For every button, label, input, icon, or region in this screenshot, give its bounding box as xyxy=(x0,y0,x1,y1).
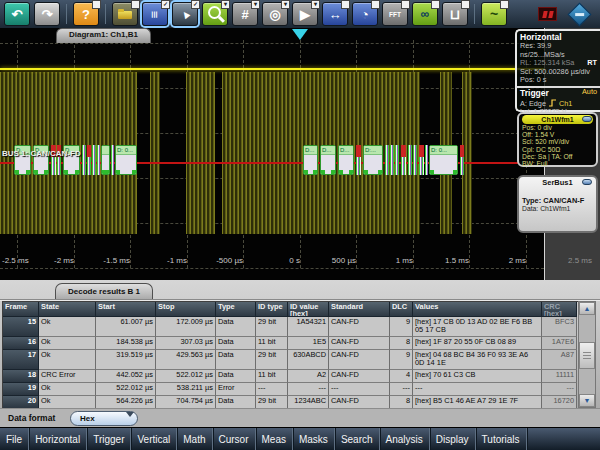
menu-item-cursor[interactable]: Cursor xyxy=(213,428,256,450)
column-header[interactable]: ID type xyxy=(256,302,288,317)
scroll-up-icon[interactable]: ▲ xyxy=(579,302,595,315)
open-file-icon[interactable] xyxy=(112,2,138,26)
cell-id_type: 29 bit xyxy=(256,350,288,370)
fft-icon[interactable]: FFT xyxy=(382,2,408,26)
ch1-badge-title[interactable]: Ch1Wfm1 xyxy=(522,115,593,124)
menu-item-math[interactable]: Math xyxy=(177,428,212,450)
table-scrollbar[interactable]: ▲ ▼ xyxy=(578,301,596,408)
graticule-icon[interactable]: #▾ xyxy=(232,2,258,26)
decode-results-table[interactable]: FrameStateStartStopTypeID typeID value [… xyxy=(2,301,580,410)
menu-item-trigger[interactable]: Trigger xyxy=(87,428,131,450)
trigger-mode: Auto xyxy=(582,88,597,97)
option-flag-icon[interactable] xyxy=(341,0,350,9)
cell-id_value: 1E5 xyxy=(288,337,329,350)
chevron-down-icon xyxy=(126,412,134,417)
column-header[interactable]: Type xyxy=(216,302,256,317)
replay-icon[interactable]: ▶▾ xyxy=(292,2,318,26)
option-flag-icon[interactable] xyxy=(92,0,101,9)
cell-frame: 16 xyxy=(3,337,39,350)
option-flag-icon[interactable]: ▾ xyxy=(311,0,320,9)
option-flag-icon[interactable] xyxy=(401,0,410,9)
minimize-icon[interactable] xyxy=(582,179,592,185)
decode-frame-block[interactable]: D... xyxy=(303,145,318,175)
decode-frame-block[interactable]: D... xyxy=(338,145,354,175)
column-header[interactable]: State xyxy=(39,302,96,317)
measure-icon[interactable]: ↔ xyxy=(322,2,348,26)
quick-action-icon[interactable]: ◔ xyxy=(352,2,378,26)
delete-icon[interactable]: ⊔ xyxy=(442,2,468,26)
ch1-signal-badge[interactable]: Ch1Wfm1 Pos: 0 divOff: 1.54 VScl: 520 mV… xyxy=(517,112,598,167)
option-flag-icon[interactable]: ▾ xyxy=(251,0,260,9)
option-flag-icon[interactable] xyxy=(131,0,140,9)
option-flag-icon[interactable] xyxy=(431,0,440,9)
menu-item-search[interactable]: Search xyxy=(335,428,380,450)
decode-frame-block[interactable]: D... xyxy=(320,145,336,175)
column-header[interactable]: Values xyxy=(413,302,542,317)
vertical-setup-icon[interactable]: ≡✓ xyxy=(142,2,168,26)
data-format-dropdown[interactable]: Hex xyxy=(70,411,138,426)
signal-generator-icon[interactable]: ~ xyxy=(481,2,507,26)
waveform-diagram[interactable]: Diagram1: Ch1,B1 D...D...D...D: 0...D...… xyxy=(0,28,600,280)
column-header[interactable]: CRC [hex] xyxy=(542,302,577,317)
checkbox-icon[interactable]: ✓ xyxy=(191,0,200,9)
minimize-icon[interactable] xyxy=(582,116,592,122)
cell-crc: 1A7E6 xyxy=(542,337,577,350)
diagram-tab[interactable]: Diagram1: Ch1,B1 xyxy=(56,28,151,43)
menu-item-display[interactable]: Display xyxy=(430,428,476,450)
menu-item-analysis[interactable]: Analysis xyxy=(380,428,430,450)
menu-item-horizontal[interactable]: Horizontal xyxy=(29,428,87,450)
scrollbar-thumb[interactable] xyxy=(579,342,595,369)
cell-crc: 11111 xyxy=(542,370,577,383)
option-flag-icon[interactable] xyxy=(371,0,380,9)
column-header[interactable]: DLC xyxy=(390,302,413,317)
decode-bit-marker xyxy=(413,145,417,175)
undo-icon[interactable]: ↶ xyxy=(4,2,30,26)
decode-frame-block[interactable]: D:... xyxy=(363,145,383,175)
time-tick-label: -2 ms xyxy=(54,256,74,265)
table-row[interactable]: 19Ok522.012 µs538.211 µsError-----------… xyxy=(3,383,579,396)
results-divider xyxy=(0,299,600,300)
decode-frame-block[interactable]: D: 0... xyxy=(115,145,137,175)
serbus1-badge-title[interactable]: SerBus1 xyxy=(522,178,593,187)
serbus1-badge-label: SerBus1 xyxy=(542,178,572,187)
option-flag-icon[interactable]: ▾ xyxy=(281,0,290,9)
column-header[interactable]: Start xyxy=(96,302,156,317)
menu-item-meas[interactable]: Meas xyxy=(256,428,293,450)
scroll-down-icon[interactable]: ▼ xyxy=(579,394,595,407)
column-header[interactable]: Frame xyxy=(3,302,39,317)
checkbox-icon[interactable]: ✓ xyxy=(161,0,170,9)
option-flag-icon[interactable]: ▾ xyxy=(221,0,230,9)
column-header[interactable]: Standard xyxy=(329,302,390,317)
redo-icon[interactable]: ↷ xyxy=(34,2,60,26)
option-flag-icon[interactable] xyxy=(500,0,509,9)
decode-bit-marker xyxy=(408,145,412,175)
table-row[interactable]: 17Ok319.519 µs429.563 µsData29 bit630ABC… xyxy=(3,350,579,370)
decode-results-tab[interactable]: Decode results B 1 xyxy=(55,283,153,299)
column-header[interactable]: ID value [hex] xyxy=(288,302,329,317)
select-cursor-icon[interactable]: ▲✓ xyxy=(172,2,198,26)
serbus1-badge[interactable]: SerBus1 Type: CAN/CAN-F Data: Ch1Wfm1 xyxy=(517,175,598,233)
table-row[interactable]: 16Ok184.538 µs307.03 µsData11 bit1E5CAN-… xyxy=(3,337,579,350)
time-tick-label: 2.5 ms xyxy=(568,256,592,265)
search-icon[interactable]: ∞ xyxy=(412,2,438,26)
table-row[interactable]: 15Ok61.007 µs172.009 µsData29 bit1A54321… xyxy=(3,317,579,337)
horizontal-settings-panel[interactable]: Horizontal Res: 39.9 ns/25...MSa/s RT RL… xyxy=(515,29,600,112)
menu-item-masks[interactable]: Masks xyxy=(293,428,335,450)
decode-frame-block[interactable] xyxy=(101,145,110,175)
decode-frame-block[interactable]: D: 0... xyxy=(429,145,458,175)
time-tick-label: 500 µs xyxy=(332,256,356,265)
menu-item-file[interactable]: File xyxy=(0,428,29,450)
masks-icon[interactable]: ◎▾ xyxy=(262,2,288,26)
decode-frame-label xyxy=(102,146,109,155)
column-header[interactable]: Stop xyxy=(156,302,216,317)
cell-crc: A87 xyxy=(542,350,577,370)
trigger-position-marker-icon[interactable] xyxy=(292,29,308,40)
time-tick-label: -500 µs xyxy=(216,256,243,265)
zoom-icon[interactable]: ▾ xyxy=(202,2,228,26)
menu-item-vertical[interactable]: Vertical xyxy=(131,428,177,450)
option-flag-icon[interactable] xyxy=(461,0,470,9)
help-icon[interactable]: ? xyxy=(73,2,99,26)
table-row[interactable]: 18CRC Error442.052 µs522.012 µsData11 bi… xyxy=(3,370,579,383)
menu-item-tutorials[interactable]: Tutorials xyxy=(476,428,527,450)
decode-bit-marker xyxy=(111,145,114,175)
